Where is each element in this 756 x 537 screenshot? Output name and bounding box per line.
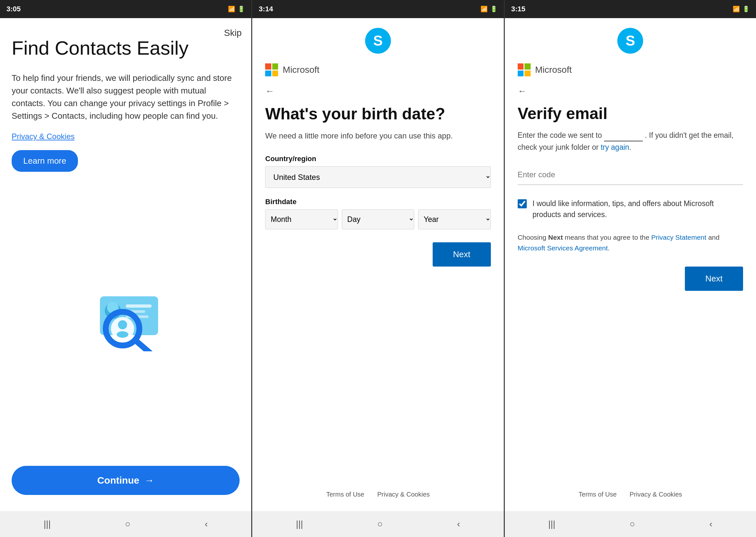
nav-bar-3: ||| ○ ‹	[505, 511, 756, 537]
verify-title: Verify email	[518, 104, 743, 123]
continue-button[interactable]: Continue →	[12, 466, 240, 495]
privacy-link-2[interactable]: Privacy & Cookies	[377, 491, 430, 498]
phone3: 3:15 📶 🔋 S Microsoft ← Verify email	[505, 0, 756, 537]
ms-brand-label-3: Microsoft	[535, 65, 572, 75]
status-icons-3: 📶 🔋	[733, 6, 749, 13]
ms-green-3	[524, 63, 531, 69]
email-placeholder	[604, 141, 643, 142]
privacy-cookies-link[interactable]: Privacy & Cookies	[12, 132, 240, 141]
time-1: 3:05	[7, 5, 21, 13]
terms-link-3[interactable]: Terms of Use	[579, 491, 617, 498]
footer-3: Terms of Use Privacy & Cookies	[518, 484, 743, 501]
ms-yellow-3	[524, 70, 531, 77]
agreement-and: and	[706, 233, 719, 241]
checkbox-label: I would like information, tips, and offe…	[533, 198, 743, 220]
footer-2: Terms of Use Privacy & Cookies	[265, 484, 491, 501]
agreement-middle: means that you agree to the	[563, 233, 651, 241]
illustration	[12, 185, 240, 453]
agreement-text: Choosing Next means that you agree to th…	[518, 232, 743, 254]
wifi-icon: 📶	[228, 6, 235, 13]
nav-home-icon-3[interactable]: ○	[629, 519, 635, 529]
contacts-illustration	[81, 287, 171, 351]
nav-back-icon-2[interactable]: ‹	[457, 519, 460, 529]
phone2: 3:14 📶 🔋 S Microsoft ← What's your b	[252, 0, 505, 537]
skype-logo-3: S	[617, 28, 643, 54]
skip-button[interactable]: Skip	[224, 28, 242, 38]
nav-menu-icon[interactable]: |||	[44, 519, 51, 529]
ms-yellow	[272, 70, 279, 77]
ms-brand-label: Microsoft	[283, 65, 320, 75]
birthdate-label: Birthdate	[265, 198, 491, 206]
day-select[interactable]: Day	[342, 209, 414, 229]
microsoft-logo-3: Microsoft	[518, 63, 743, 76]
back-button-2[interactable]: ←	[265, 86, 491, 97]
checkbox-row: I would like information, tips, and offe…	[518, 198, 743, 220]
privacy-link-3[interactable]: Privacy & Cookies	[629, 491, 682, 498]
svg-point-10	[117, 331, 129, 338]
code-input[interactable]	[518, 165, 743, 185]
nav-menu-icon-3[interactable]: |||	[548, 519, 555, 529]
status-icons-1: 📶 🔋	[228, 6, 245, 13]
phone1-content: Skip Find Contacts Easily To help find y…	[0, 18, 251, 511]
month-select[interactable]: Month January February March	[265, 209, 338, 229]
svg-point-9	[118, 320, 127, 329]
nav-back-icon[interactable]: ‹	[205, 519, 208, 529]
country-label: Country/region	[265, 155, 491, 163]
page-title: Find Contacts Easily	[12, 37, 240, 59]
ms-grid-icon-3	[518, 63, 531, 76]
ms-green	[272, 63, 279, 69]
phone2-content: S Microsoft ← What's your birth date? We…	[252, 18, 504, 511]
form-title-2: What's your birth date?	[265, 104, 491, 124]
nav-menu-icon-2[interactable]: |||	[296, 519, 303, 529]
status-bar-3: 3:15 📶 🔋	[505, 0, 756, 18]
status-bar-2: 3:14 📶 🔋	[252, 0, 504, 18]
agreement-bold: Next	[548, 233, 563, 241]
next-button-2[interactable]: Next	[433, 242, 491, 267]
verify-description: Enter the code we sent to . If you didn'…	[518, 129, 743, 153]
wifi-icon-2: 📶	[480, 6, 488, 13]
ms-agreement-link[interactable]: Microsoft Services Agreement	[518, 244, 608, 252]
birthdate-row: Month January February March Day Year	[265, 209, 491, 229]
microsoft-logo: Microsoft	[265, 63, 491, 76]
phone3-content: S Microsoft ← Verify email Enter the cod…	[505, 18, 756, 511]
ms-red	[265, 63, 271, 69]
ms-blue	[265, 70, 271, 77]
verify-desc-1: Enter the code we sent to	[518, 131, 602, 140]
time-2: 3:14	[259, 5, 273, 13]
phone1: 3:05 📶 🔋 Skip Find Contacts Easily To he…	[0, 0, 252, 537]
next-button-3[interactable]: Next	[685, 267, 743, 291]
status-icons-2: 📶 🔋	[480, 6, 497, 13]
nav-bar-2: ||| ○ ‹	[252, 511, 504, 537]
continue-label: Continue	[97, 475, 139, 486]
description-text: To help find your friends, we will perio…	[12, 72, 240, 122]
year-select[interactable]: Year	[418, 209, 491, 229]
skype-letter-3: S	[626, 33, 635, 49]
skype-logo: S	[365, 28, 391, 54]
nav-bar-1: ||| ○ ‹	[0, 511, 251, 537]
back-button-3[interactable]: ←	[518, 86, 743, 97]
ms-blue-3	[518, 70, 524, 77]
terms-link-2[interactable]: Terms of Use	[326, 491, 364, 498]
wifi-icon-3: 📶	[733, 6, 740, 13]
agreement-suffix: .	[608, 244, 610, 252]
country-select[interactable]: United States United Kingdom Canada	[265, 166, 491, 188]
status-bar-1: 3:05 📶 🔋	[0, 0, 251, 18]
battery-icon-3: 🔋	[742, 6, 749, 13]
svg-line-8	[136, 341, 150, 351]
time-3: 3:15	[511, 5, 525, 13]
ms-red-3	[518, 63, 524, 69]
nav-back-icon-3[interactable]: ‹	[709, 519, 712, 529]
skype-letter: S	[373, 33, 383, 49]
battery-icon-2: 🔋	[490, 6, 497, 13]
svg-rect-3	[126, 305, 152, 308]
nav-home-icon[interactable]: ○	[125, 519, 130, 529]
try-again-link[interactable]: try again	[601, 143, 629, 151]
phones-container: 3:05 📶 🔋 Skip Find Contacts Easily To he…	[0, 0, 756, 537]
nav-home-icon-2[interactable]: ○	[377, 519, 383, 529]
battery-icon: 🔋	[238, 6, 245, 13]
info-checkbox[interactable]	[518, 199, 527, 208]
privacy-statement-link[interactable]: Privacy Statement	[651, 233, 706, 241]
arrow-icon: →	[144, 475, 154, 486]
learn-more-button[interactable]: Learn more	[12, 150, 78, 172]
ms-grid-icon	[265, 63, 278, 76]
